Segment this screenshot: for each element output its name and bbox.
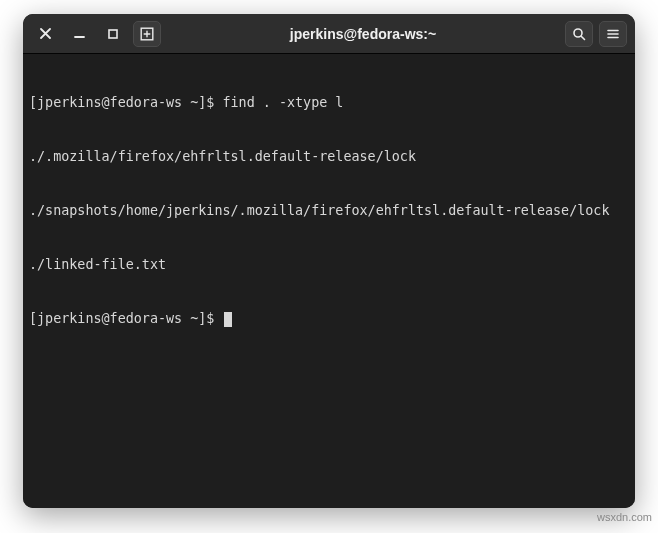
terminal-line: ./.mozilla/firefox/ehfrltsl.default-rele… <box>29 148 629 166</box>
maximize-icon <box>108 29 118 39</box>
cursor <box>224 312 232 327</box>
minimize-button[interactable] <box>65 21 93 47</box>
close-button[interactable] <box>31 21 59 47</box>
titlebar: jperkins@fedora-ws:~ <box>23 14 635 54</box>
menu-button[interactable] <box>599 21 627 47</box>
titlebar-right-controls <box>565 21 627 47</box>
hamburger-menu-icon <box>606 27 620 41</box>
close-icon <box>40 28 51 39</box>
terminal-line: ./snapshots/home/jperkins/.mozilla/firef… <box>29 202 629 220</box>
watermark: wsxdn.com <box>597 511 652 523</box>
svg-rect-0 <box>109 30 117 38</box>
search-button[interactable] <box>565 21 593 47</box>
new-tab-icon <box>140 27 154 41</box>
search-icon <box>572 27 586 41</box>
new-tab-button[interactable] <box>133 21 161 47</box>
terminal-prompt-line: [jperkins@fedora-ws ~]$ <box>29 310 629 328</box>
minimize-icon <box>74 28 85 39</box>
maximize-button[interactable] <box>99 21 127 47</box>
window-title: jperkins@fedora-ws:~ <box>167 26 559 42</box>
terminal-window: jperkins@fedora-ws:~ [jperkins@ <box>23 14 635 508</box>
titlebar-left-controls <box>31 21 161 47</box>
terminal-prompt: [jperkins@fedora-ws ~]$ <box>29 310 222 328</box>
terminal-line: ./linked-file.txt <box>29 256 629 274</box>
terminal-line: [jperkins@fedora-ws ~]$ find . -xtype l <box>29 94 629 112</box>
terminal-body[interactable]: [jperkins@fedora-ws ~]$ find . -xtype l … <box>23 54 635 508</box>
